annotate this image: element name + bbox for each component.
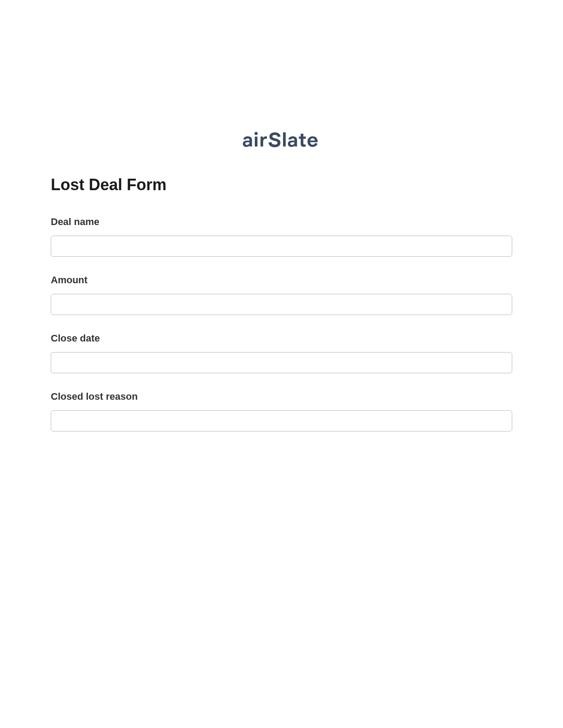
airslate-logo-icon <box>240 130 324 151</box>
closed-lost-reason-label: Closed lost reason <box>51 391 512 402</box>
svg-rect-0 <box>255 137 257 146</box>
amount-input[interactable] <box>51 294 512 315</box>
close-date-label: Close date <box>51 333 512 344</box>
field-group-deal-name: Deal name <box>51 216 512 257</box>
form-title: Lost Deal Form <box>51 176 512 194</box>
logo-container <box>51 130 512 151</box>
deal-name-input[interactable] <box>51 236 512 257</box>
svg-point-1 <box>254 132 257 135</box>
svg-rect-2 <box>283 132 286 146</box>
deal-name-label: Deal name <box>51 216 512 228</box>
field-group-amount: Amount <box>51 274 512 315</box>
amount-label: Amount <box>51 274 512 286</box>
close-date-input[interactable] <box>51 352 512 373</box>
field-group-closed-lost-reason: Closed lost reason <box>51 391 512 432</box>
closed-lost-reason-input[interactable] <box>51 410 512 432</box>
field-group-close-date: Close date <box>51 333 512 373</box>
form-page: Lost Deal Form Deal name Amount Close da… <box>0 0 563 432</box>
